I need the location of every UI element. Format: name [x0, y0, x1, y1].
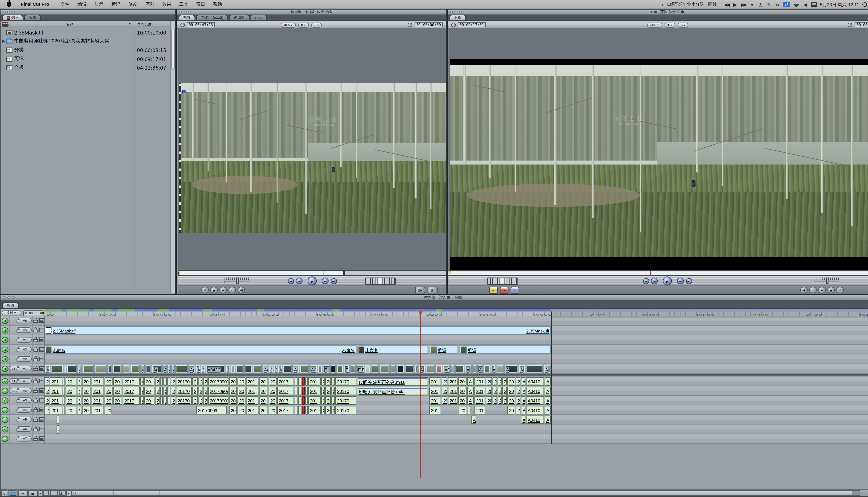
timeline-clip[interactable]: A [521, 406, 525, 414]
toolbar-arrow-right[interactable]: ▸ [38, 490, 43, 496]
track-lock-button[interactable] [33, 367, 38, 371]
timeline-clip[interactable]: E B [344, 365, 350, 373]
timeline-clip[interactable]: 2017 [277, 377, 294, 386]
track-audible-button[interactable]: ◂) [2, 426, 9, 432]
timeline-clip[interactable]: 2017 [123, 377, 140, 386]
timeline-clip[interactable]: 20 [486, 387, 492, 395]
timeline-clip[interactable] [295, 377, 297, 386]
timeline-clip[interactable] [426, 365, 435, 373]
timeline-clip[interactable]: A [292, 365, 299, 373]
window-controls[interactable] [450, 11, 462, 13]
timeline-clip[interactable]: 201 [308, 387, 321, 395]
timeline-clip[interactable]: 20 [237, 387, 246, 395]
timeline-clip[interactable] [83, 365, 94, 373]
timeline-clip[interactable]: / [274, 365, 277, 373]
browser-tab-1[interactable]: 钓鱼 [2, 15, 23, 20]
timeline-clip[interactable]: 2 [332, 387, 335, 395]
timeline-clip[interactable]: A [45, 365, 50, 373]
track-visibility-button[interactable]: ▮ [2, 327, 9, 333]
destination-track-button[interactable]: V3 [18, 346, 32, 352]
browser-scrollbar[interactable] [170, 21, 175, 294]
timeline-clip[interactable]: 20 [486, 396, 492, 405]
timeline-clip[interactable] [145, 365, 151, 373]
timeline-clip[interactable]: A [162, 365, 167, 373]
timeline-clip[interactable]: 2017 [277, 406, 294, 414]
window-controls[interactable] [3, 296, 15, 299]
timeline-clip[interactable]: A [467, 377, 474, 386]
timeline-clip[interactable]: 2 [192, 377, 198, 386]
timeline-clip[interactable]: 20 [458, 396, 467, 405]
timeline-clip[interactable]: A( [188, 365, 195, 373]
timeline-clip[interactable]: 2( [325, 387, 331, 395]
destination-track-button[interactable]: V5 [18, 327, 32, 333]
track-visibility-button[interactable]: ▮ [2, 366, 9, 372]
track-lock-button[interactable] [33, 379, 38, 383]
timeline-track-lane-v4[interactable] [45, 335, 868, 345]
search-icon[interactable] [862, 2, 868, 8]
add-marker-button[interactable]: ⌂ [809, 287, 817, 294]
timeline-clip[interactable] [108, 365, 112, 373]
play-in-to-out-button[interactable]: |▶ [296, 278, 303, 284]
timeline-clip[interactable]: / [78, 365, 82, 373]
record-icon[interactable]: ◎ [758, 1, 764, 8]
timeline-clip[interactable] [302, 377, 305, 386]
timeline-clip[interactable]: / [140, 377, 144, 386]
timeline-clip[interactable] [390, 365, 396, 373]
goto-next-edit-button[interactable]: ▶| [331, 278, 337, 284]
timeline-clip[interactable]: 20 [259, 377, 268, 386]
timeline-clip[interactable]: 201 [429, 377, 441, 386]
timeline-clip[interactable]: 20 [268, 406, 277, 414]
menubar-menu[interactable]: 工具 [175, 0, 192, 9]
teamviewer-icon[interactable]: ⇄ [783, 2, 790, 8]
timeline-clip[interactable]: 2( [325, 396, 331, 405]
timeline-clip[interactable]: A042C [206, 365, 225, 373]
canvas-tab-1[interactable]: 剪辑 [450, 15, 466, 20]
timeline-clip[interactable]: 20 [113, 396, 122, 405]
timeline-clip[interactable]: A0410 [526, 415, 544, 424]
timeline-clip[interactable] [298, 387, 302, 395]
timeline-clip[interactable]: 2 [192, 387, 198, 395]
timeline-clip[interactable]: 20 [66, 377, 76, 386]
timeline-clip[interactable] [167, 377, 170, 386]
timeline-clip[interactable] [365, 365, 370, 373]
auto-select-button[interactable] [39, 357, 44, 361]
timeline-clip[interactable]: / [226, 365, 230, 373]
destination-track-button[interactable]: A2 [18, 388, 32, 394]
timeline-clip[interactable]: 2017 [277, 387, 294, 395]
jog-control[interactable] [814, 278, 839, 284]
volume-icon[interactable]: ◀) [802, 1, 808, 8]
timeline-clip[interactable]: 2 [45, 396, 49, 405]
timeline-clip[interactable]: 20 [507, 396, 515, 405]
timeline-clip[interactable]: 201 [246, 406, 258, 414]
track-lock-button[interactable] [33, 408, 38, 412]
timeline-clip[interactable] [167, 387, 170, 395]
timeline-clip[interactable]: / [201, 365, 205, 373]
timeline-clip[interactable] [484, 365, 490, 373]
timeline-clip[interactable]: 201 [246, 387, 258, 395]
viewer-playhead-sync-popup[interactable]: ⧗▼ [298, 23, 309, 27]
heart-icon[interactable]: ♥ [749, 1, 755, 8]
timeline-clip[interactable]: 20 [144, 387, 154, 395]
canvas-view-popup[interactable]: ⬚▼ [677, 23, 688, 27]
timeline-clip[interactable]: / [140, 387, 144, 395]
timeline-clip[interactable]: A0 [443, 365, 450, 373]
jog-control[interactable] [224, 278, 250, 284]
timeline-clip[interactable]: 20 [259, 406, 268, 414]
timeline-clip[interactable]: 201 [50, 377, 62, 386]
menubar-menu[interactable]: 文件 [56, 0, 73, 9]
insert-edit-button[interactable]: ▸ [489, 287, 498, 294]
track-audible-button[interactable]: ◂) [2, 416, 9, 423]
timeline-clip[interactable]: 20 [66, 396, 76, 405]
timeline-clip[interactable]: 201 [92, 396, 104, 405]
timeline-clip[interactable]: 2 [492, 396, 497, 405]
track-visibility-button[interactable]: ▮ [2, 346, 9, 353]
timeline-clip[interactable]: A [196, 365, 200, 373]
track-lock-button[interactable] [33, 399, 38, 402]
timeline-clip[interactable]: 2.35Mask.tif2.35Mask.tif [45, 326, 551, 335]
media-play-icon[interactable]: ▶ [732, 1, 738, 8]
timeline-clip[interactable]: A [504, 365, 518, 373]
timeline-clip[interactable]: A0410 [526, 396, 544, 405]
auto-select-button[interactable] [39, 388, 44, 393]
add-keyframe-button[interactable]: ◆ [220, 287, 227, 294]
timeline-clip[interactable]: / [77, 406, 81, 414]
